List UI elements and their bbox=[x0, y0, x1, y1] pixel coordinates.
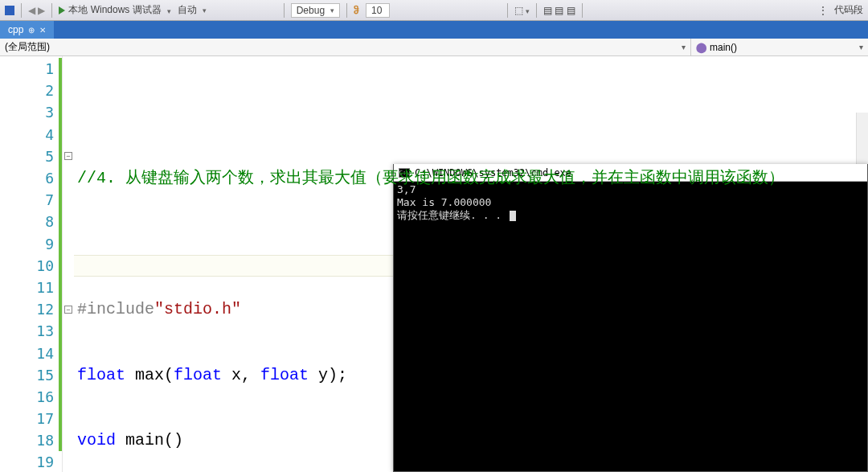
separator bbox=[284, 3, 285, 18]
scope-label: (全局范围) bbox=[5, 40, 50, 54]
tab-cpp[interactable]: cpp ⊕ ✕ bbox=[0, 21, 54, 39]
line-number: 18 bbox=[0, 432, 59, 449]
play-icon bbox=[59, 6, 65, 14]
line-number: 1 bbox=[0, 60, 59, 77]
code-text: main() bbox=[116, 431, 183, 449]
line-number: 4 bbox=[0, 126, 59, 143]
debugger-label: 本地 Windows 调试器 bbox=[68, 3, 161, 17]
line-number-gutter: 1 2 3 4 5 6 7 8 9 10 11 12 13 14 15 16 1… bbox=[0, 56, 63, 472]
line-number: 13 bbox=[0, 322, 59, 339]
separator bbox=[51, 3, 52, 18]
line-number: 7 bbox=[0, 191, 59, 208]
code-text: max( bbox=[125, 366, 174, 384]
debugger-dropdown[interactable]: 本地 Windows 调试器 bbox=[59, 3, 170, 17]
code-text: #include bbox=[77, 300, 154, 318]
config-debug-dropdown[interactable]: Debug bbox=[291, 3, 340, 18]
top-toolbar: ◀ ▶ 本地 Windows 调试器 自动 Debug ჵ 10 ⬚ ▤ ▤ ▤… bbox=[0, 0, 868, 21]
nav-arrows[interactable]: ◀ ▶ bbox=[28, 5, 45, 16]
separator bbox=[346, 3, 347, 18]
code-area[interactable]: //4. 从键盘输入两个数，求出其最大值（要求使用函数完成求最大值，并在主函数中… bbox=[74, 56, 868, 472]
code-text: "stdio.h" bbox=[154, 300, 241, 318]
line-number: 5 bbox=[0, 148, 59, 165]
separator bbox=[21, 3, 22, 18]
fold-toggle[interactable]: − bbox=[64, 306, 72, 314]
step-icon[interactable]: ჵ bbox=[354, 5, 359, 16]
line-number: 8 bbox=[0, 213, 59, 230]
config-auto-label: 自动 bbox=[178, 3, 197, 17]
tool-icon[interactable] bbox=[5, 6, 14, 15]
line-number: 6 bbox=[0, 170, 59, 187]
chevron-down-icon: ▾ bbox=[859, 43, 863, 51]
function-label: main() bbox=[710, 42, 737, 53]
separator bbox=[507, 3, 508, 18]
code-text: float bbox=[260, 366, 309, 384]
line-number: 2 bbox=[0, 82, 59, 99]
right-tool-icon[interactable]: ⋮ bbox=[818, 5, 828, 16]
line-number: 11 bbox=[0, 279, 59, 296]
tool-group[interactable]: ▤ ▤ ▤ bbox=[543, 5, 575, 16]
function-icon: ⬤ bbox=[696, 42, 706, 53]
nav-bar: (全局范围) ▾ ⬤ main() ▾ bbox=[0, 39, 868, 56]
scope-dropdown[interactable]: (全局范围) ▾ bbox=[0, 39, 691, 55]
fold-toggle[interactable]: − bbox=[64, 152, 72, 160]
separator bbox=[582, 3, 583, 18]
line-number: 12 bbox=[0, 301, 59, 318]
line-number: 14 bbox=[0, 345, 59, 362]
pin-icon[interactable]: ⊕ bbox=[28, 26, 35, 35]
page-number-value: 10 bbox=[371, 5, 382, 16]
code-editor[interactable]: 1 2 3 4 5 6 7 8 9 10 11 12 13 14 15 16 1… bbox=[0, 56, 868, 472]
line-number: 9 bbox=[0, 236, 59, 252]
code-text: float bbox=[174, 366, 222, 384]
chevron-down-icon: ▾ bbox=[682, 43, 686, 51]
tool-menu-1[interactable]: ⬚ bbox=[514, 5, 530, 16]
snippets-label: 代码段 bbox=[834, 3, 863, 17]
code-text: x, bbox=[222, 366, 260, 384]
chevron-down-icon bbox=[165, 5, 171, 16]
config-debug-label: Debug bbox=[297, 5, 325, 16]
line-number: 19 bbox=[0, 454, 59, 470]
config-auto-dropdown[interactable]: 自动 bbox=[178, 3, 207, 17]
function-dropdown[interactable]: ⬤ main() ▾ bbox=[691, 39, 868, 55]
code-text: y); bbox=[309, 366, 347, 384]
line-number: 3 bbox=[0, 104, 59, 121]
line-number: 15 bbox=[0, 367, 59, 384]
tab-bar: cpp ⊕ ✕ bbox=[0, 21, 868, 39]
tab-title: cpp bbox=[8, 24, 23, 35]
code-text: float bbox=[77, 366, 125, 384]
line-number: 17 bbox=[0, 410, 59, 427]
page-number-input[interactable]: 10 bbox=[366, 3, 390, 18]
line-number: 16 bbox=[0, 388, 59, 405]
code-text: void bbox=[77, 431, 116, 449]
close-icon[interactable]: ✕ bbox=[39, 26, 46, 35]
code-text: //4. 从键盘输入两个数，求出其最大值（要求使用函数完成求最大值，并在主函数中… bbox=[77, 169, 784, 187]
separator bbox=[536, 3, 537, 18]
line-number: 10 bbox=[0, 257, 59, 274]
fold-column: − − bbox=[63, 56, 74, 472]
